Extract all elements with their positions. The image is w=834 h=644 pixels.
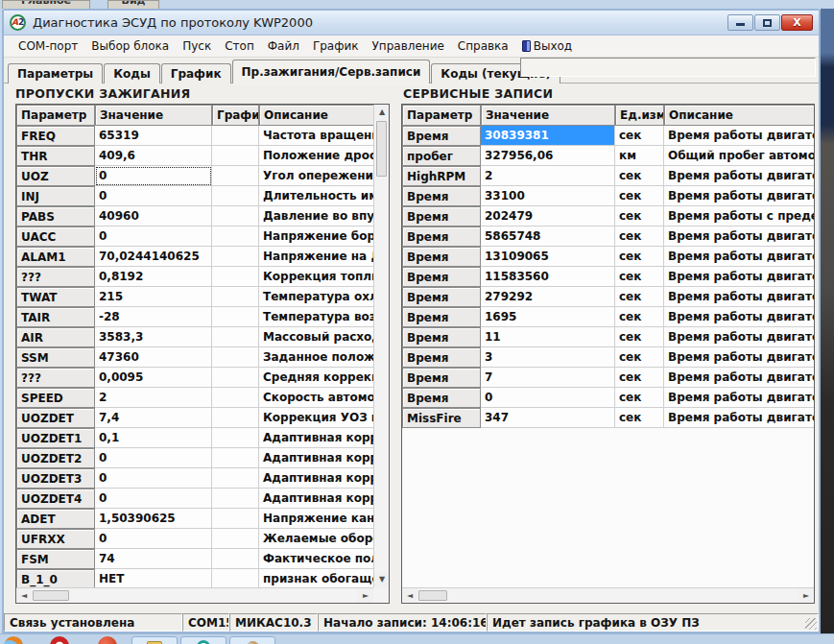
graph-cell[interactable] (212, 287, 259, 307)
graph-cell[interactable] (212, 509, 259, 529)
value-cell[interactable]: 0 (95, 448, 212, 468)
desc-cell[interactable]: Время работы двигате (664, 267, 815, 287)
resize-grip[interactable] (805, 618, 817, 630)
graph-cell[interactable] (212, 408, 259, 428)
desc-cell[interactable]: Адаптивная корр (259, 489, 375, 509)
desc-cell[interactable]: Адаптивная корр (259, 428, 375, 448)
unit-cell[interactable]: сек (615, 206, 664, 227)
desc-cell[interactable]: Время работы двигате (664, 388, 815, 408)
scroll-down-icon[interactable]: ▼ (374, 572, 390, 587)
graph-cell[interactable] (212, 267, 259, 287)
desc-cell[interactable]: Время работы двигате (664, 227, 815, 247)
desc-cell[interactable]: Время работы двигате (664, 186, 815, 206)
unit-cell[interactable]: сек (615, 247, 664, 267)
value-cell[interactable]: 347 (481, 408, 615, 428)
graph-cell[interactable] (212, 206, 259, 227)
desc-cell[interactable]: Время работы с преде (664, 206, 815, 227)
desc-cell[interactable]: Напряжение борт (259, 227, 375, 247)
graph-cell[interactable] (212, 569, 259, 589)
tab-2[interactable]: Коды (104, 63, 160, 83)
value-cell[interactable]: 7 (481, 368, 615, 388)
scrollbar-thumb[interactable] (33, 590, 69, 601)
desc-cell[interactable]: Адаптивная корр (259, 448, 375, 468)
tab-1[interactable]: Параметры (8, 63, 103, 83)
value-cell[interactable]: 0,8192 (95, 267, 212, 287)
menu-item-6[interactable]: График (306, 37, 366, 55)
background-tab[interactable]: Вид (107, 0, 159, 9)
value-cell[interactable]: 279292 (481, 287, 615, 307)
app-icon[interactable]: A2 (10, 14, 26, 31)
desc-cell[interactable]: признак обогащен (259, 569, 375, 589)
graph-cell[interactable] (212, 166, 259, 186)
graph-cell[interactable] (212, 468, 259, 489)
vertical-scrollbar[interactable]: ▲▼ (373, 105, 389, 587)
unit-cell[interactable]: сек (615, 388, 664, 408)
desc-cell[interactable]: Желаемые оборо (259, 529, 375, 549)
firefox-icon[interactable] (4, 636, 23, 644)
graph-cell[interactable] (212, 227, 259, 247)
value-cell[interactable]: 11583560 (481, 267, 615, 287)
value-cell[interactable]: 0 (95, 186, 212, 206)
unit-cell[interactable]: сек (615, 186, 664, 206)
value-cell[interactable]: 11 (481, 327, 615, 347)
graph-cell[interactable] (212, 489, 259, 509)
desc-cell[interactable]: Время работы двигате (664, 166, 815, 186)
horizontal-scrollbar[interactable]: ◄► (402, 587, 814, 603)
value-cell[interactable]: 5865748 (481, 227, 615, 247)
value-cell[interactable]: 327956,06 (481, 146, 615, 166)
value-cell[interactable]: 0,0095 (95, 368, 212, 388)
background-tab[interactable]: Главное (2, 0, 90, 9)
desc-cell[interactable]: Скорость автомоб (259, 388, 375, 408)
desc-cell[interactable]: Время работы двигате (664, 408, 815, 428)
value-cell[interactable]: 2 (95, 388, 212, 408)
minimize-button[interactable] (727, 14, 753, 31)
menu-item-1[interactable]: СОМ-порт (12, 37, 84, 55)
menu-item-4[interactable]: Стоп (218, 37, 261, 55)
desc-cell[interactable]: Длительность имп (259, 186, 375, 206)
value-cell[interactable]: 0 (481, 388, 615, 408)
desc-cell[interactable]: Средняя коррекц (259, 368, 375, 388)
red-app-icon[interactable] (98, 636, 117, 644)
desc-cell[interactable]: Общий пробег автомоб (664, 146, 815, 166)
taskbar-button[interactable] (131, 636, 178, 644)
unit-cell[interactable]: сек (615, 267, 664, 287)
desc-cell[interactable]: Время работы двигате (664, 368, 815, 388)
desc-cell[interactable]: Температура возд (259, 307, 375, 327)
unit-cell[interactable]: сек (615, 327, 664, 347)
graph-cell[interactable] (212, 247, 259, 267)
graph-cell[interactable] (212, 307, 259, 327)
value-cell[interactable]: 0 (95, 489, 212, 509)
desc-cell[interactable]: Массовый расход (259, 327, 375, 347)
graph-cell[interactable] (212, 448, 259, 468)
scroll-left-icon[interactable]: ◄ (402, 588, 417, 604)
graph-cell[interactable] (212, 327, 259, 347)
desc-cell[interactable]: Давление во впус (259, 206, 375, 227)
desc-cell[interactable]: Время работы двигате (664, 327, 815, 347)
horizontal-scrollbar[interactable]: ◄► (16, 587, 373, 603)
unit-cell[interactable]: сек (615, 287, 664, 307)
graph-cell[interactable] (212, 388, 259, 408)
scroll-right-icon[interactable]: ► (358, 588, 373, 604)
desc-cell[interactable]: Заданное положе (259, 347, 375, 368)
graph-cell[interactable] (212, 186, 259, 206)
value-cell[interactable]: НЕТ (95, 569, 212, 589)
value-cell[interactable]: 7,4 (95, 408, 212, 428)
value-cell[interactable]: 40960 (95, 206, 212, 227)
unit-cell[interactable]: сек (615, 408, 664, 428)
graph-cell[interactable] (212, 126, 259, 146)
value-cell[interactable]: 1,50390625 (95, 509, 212, 529)
scroll-left-icon[interactable]: ◄ (16, 588, 32, 604)
unit-cell[interactable]: сек (615, 126, 664, 146)
desc-cell[interactable]: Фактическое поло (259, 549, 375, 569)
graph-cell[interactable] (212, 529, 259, 549)
value-cell[interactable]: 0 (95, 529, 212, 549)
value-cell[interactable]: 1695 (481, 307, 615, 327)
value-cell[interactable]: 202479 (481, 206, 615, 227)
value-cell[interactable]: 30839381 (481, 126, 615, 146)
value-cell[interactable]: 0 (95, 468, 212, 489)
value-cell[interactable]: 409,6 (95, 146, 212, 166)
desc-cell[interactable]: Коррекция УОЗ по (259, 408, 375, 428)
scrollbar-thumb[interactable] (418, 590, 447, 601)
unit-cell[interactable]: сек (615, 368, 664, 388)
opera-icon[interactable] (50, 636, 69, 644)
